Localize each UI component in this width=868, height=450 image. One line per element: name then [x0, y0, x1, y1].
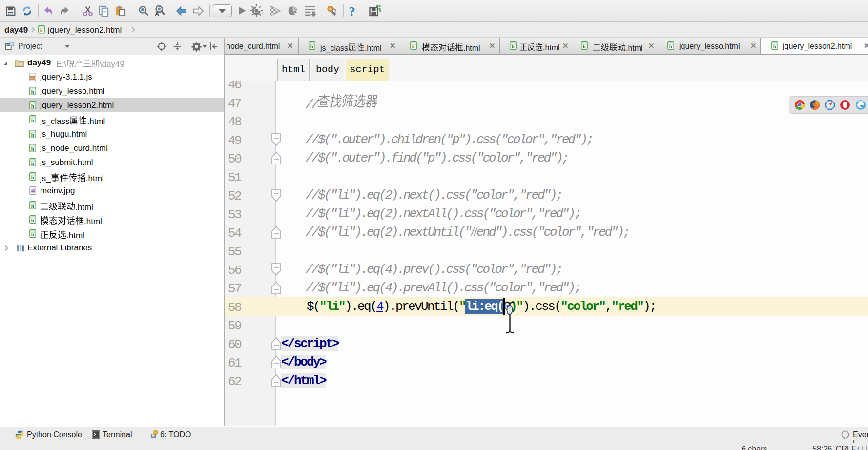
svg-text:h: h [31, 203, 34, 209]
svg-text:h: h [669, 43, 672, 49]
svg-text:A: A [155, 10, 160, 17]
svg-text:h: h [31, 160, 34, 166]
svg-text:h: h [31, 231, 34, 237]
svg-text:h: h [31, 146, 34, 152]
svg-text:h: h [31, 217, 34, 223]
svg-text:JS: JS [30, 76, 35, 79]
svg-text:h: h [31, 89, 34, 95]
svg-text:h: h [773, 43, 776, 49]
svg-text:h: h [512, 43, 515, 49]
svg-text:h: h [31, 174, 34, 180]
svg-text:h: h [31, 118, 34, 123]
svg-text:h: h [310, 43, 313, 49]
svg-text:h: h [31, 103, 34, 109]
svg-text:h: h [583, 43, 586, 49]
svg-text:h: h [412, 43, 415, 49]
svg-text:h: h [31, 132, 34, 138]
svg-text:h: h [40, 27, 43, 33]
